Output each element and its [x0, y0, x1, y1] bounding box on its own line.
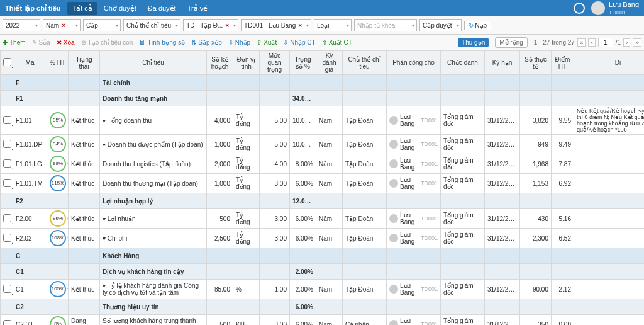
row-checkbox[interactable] — [3, 214, 11, 222]
group-row[interactable]: C1Dịch vụ khách hàng tin cậy2.00% — [1, 264, 645, 280]
exportct-button[interactable]: ⇧ Xuất CT — [322, 39, 352, 46]
avatar-icon — [389, 179, 398, 188]
filter-bar: 2022 Năm× Cấp Chủ thể chỉ tiêu TD - Tập … — [0, 16, 644, 35]
export-button[interactable]: ⇧ Xuất — [257, 39, 277, 46]
filter-approve[interactable]: Cấp duyệt — [419, 19, 461, 31]
pct-ring: 108% — [50, 230, 66, 246]
page-title: Thiết lập chỉ tiêu — [5, 4, 61, 13]
page-last[interactable]: » — [633, 38, 641, 47]
table-row[interactable]: F2.00 86% Kết thúc ▾ Lợi nhuận 500Tỷ đồn… — [1, 209, 645, 229]
view-tabs: Tất cả Chờ duyệt Đã duyệt Trả về — [67, 2, 213, 15]
edit-button[interactable]: ✎ Sửa — [32, 39, 50, 46]
pct-ring: 115% — [50, 175, 66, 191]
tab-all[interactable]: Tất cả — [67, 2, 97, 15]
toolbar: ✚ Thêm ✎ Sửa ✖ Xóa ⊕ Tạo chỉ tiêu con 🖩 … — [0, 35, 644, 50]
row-checkbox[interactable] — [3, 285, 11, 293]
group-row[interactable]: F1Doanh thu tăng mạnh34.00% — [1, 91, 645, 106]
group-row[interactable]: FTài chính — [1, 75, 645, 91]
pct-ring: 86% — [50, 210, 66, 227]
pct-ring: 98% — [50, 156, 66, 172]
page-input[interactable] — [598, 38, 613, 47]
pct-ring: 0% — [50, 316, 66, 325]
expand-button[interactable]: Mở rộng — [495, 37, 528, 48]
avatar — [591, 1, 605, 15]
collapse-button[interactable]: Thu gọn — [458, 38, 489, 47]
tab-returned[interactable]: Trả về — [182, 2, 213, 15]
kpi-table: Mã% HTTrạng tháiChỉ tiêu Số kế hoạchĐơn … — [0, 50, 644, 325]
avatar-icon — [389, 285, 398, 294]
assignee[interactable]: Lưu BangTD001 — [389, 317, 438, 325]
row-checkbox[interactable] — [3, 320, 11, 326]
avatar-icon — [389, 140, 398, 149]
filter-person[interactable]: TD001 - Lưu Bang× — [241, 19, 311, 31]
filter-type[interactable]: Loại — [314, 19, 352, 31]
assignee[interactable]: Lưu BangTD001 — [389, 231, 438, 245]
assignee[interactable]: Lưu BangTD001 — [389, 113, 438, 127]
filter-level[interactable]: Cấp — [83, 19, 121, 31]
notification-icon[interactable] — [574, 3, 585, 14]
page-prev[interactable]: ‹ — [588, 38, 595, 47]
avatar-icon — [389, 159, 398, 168]
filter-subject[interactable]: Chủ thể chỉ tiêu — [123, 19, 180, 31]
table-row[interactable]: C1 105% Kết thúc ▾ Tỷ lệ khách hàng đánh… — [1, 280, 645, 299]
assignee[interactable]: Lưu BangTD001 — [389, 137, 438, 151]
table-row[interactable]: C2.03 0% Đang làm Số lượng khách hàng tr… — [1, 315, 645, 326]
filter-year[interactable]: 2022 — [3, 19, 40, 31]
importct-button[interactable]: ⇩ Nhập CT — [283, 39, 315, 46]
import-button[interactable]: ⇩ Nhập — [228, 39, 250, 46]
assignee[interactable]: Lưu BangTD001 — [389, 157, 438, 171]
grid[interactable]: Mã% HTTrạng tháiChỉ tiêu Số kế hoạchĐơn … — [0, 50, 644, 325]
sort-button[interactable]: ⇅ Sắp xếp — [191, 39, 222, 46]
assignee[interactable]: Lưu BangTD001 — [389, 282, 438, 296]
table-row[interactable]: F1.01 95% Kết thúc ▾ Tổng doanh thu 4,00… — [1, 106, 645, 135]
assignee[interactable]: Lưu BangTD001 — [389, 212, 438, 225]
tab-pending[interactable]: Chờ duyệt — [99, 2, 142, 15]
tab-approved[interactable]: Đã duyệt — [143, 2, 181, 15]
group-row[interactable]: F2Lợi nhuận hợp lý12.00% — [1, 193, 645, 209]
filter-period[interactable]: Năm× — [43, 19, 80, 31]
filter-td[interactable]: TD - Tập Đ...× — [183, 19, 238, 31]
page-next[interactable]: › — [623, 38, 630, 47]
assignee[interactable]: Lưu BangTD001 — [389, 176, 438, 190]
avatar-icon — [389, 214, 398, 223]
addchild-button[interactable]: ⊕ Tạo chỉ tiêu con — [81, 39, 133, 46]
pct-ring: 105% — [50, 281, 66, 297]
table-row[interactable]: F1.01.DP 94% Kết thúc ▾ Doanh thu dược p… — [1, 135, 645, 154]
avatar-icon — [389, 234, 398, 242]
filter-keyword[interactable]: Nhập từ khóa — [354, 19, 417, 31]
select-all[interactable] — [3, 58, 11, 66]
user-menu[interactable]: Lưu BangTD001 — [591, 1, 639, 16]
header-row: Mã% HTTrạng tháiChỉ tiêu Số kế hoạchĐơn … — [1, 51, 645, 75]
pager: 1 - 27 trong 27 « ‹ /1 › » — [534, 38, 641, 47]
avatar-icon — [389, 320, 398, 325]
pct-ring: 94% — [50, 136, 66, 152]
topbar: Thiết lập chỉ tiêu Tất cả Chờ duyệt Đã d… — [0, 0, 644, 16]
avatar-icon — [389, 116, 398, 125]
row-checkbox[interactable] — [3, 140, 11, 148]
row-checkbox[interactable] — [3, 116, 11, 124]
delete-button[interactable]: ✖ Xóa — [57, 39, 75, 46]
page-first[interactable]: « — [577, 38, 586, 47]
load-button[interactable]: Nạp — [464, 21, 492, 30]
weight-button[interactable]: 🖩 Tính trọng số — [139, 39, 185, 46]
pct-ring: 95% — [50, 112, 66, 128]
table-row[interactable]: F1.01.LG 98% Kết thúc Doanh thu Logistic… — [1, 154, 645, 174]
row-checkbox[interactable] — [3, 159, 11, 168]
group-row[interactable]: CKhách Hàng — [1, 248, 645, 264]
table-row[interactable]: F2.02 108% Kết thúc ▾ Chi phí 2,500Tỷ đồ… — [1, 229, 645, 248]
group-row[interactable]: C2Thương hiệu uy tín6.00% — [1, 299, 645, 315]
row-checkbox[interactable] — [3, 234, 11, 242]
add-button[interactable]: ✚ Thêm — [3, 39, 26, 46]
row-checkbox[interactable] — [3, 179, 11, 187]
table-row[interactable]: F1.01.TM 115% Kết thúc Doanh thu thương … — [1, 174, 645, 193]
